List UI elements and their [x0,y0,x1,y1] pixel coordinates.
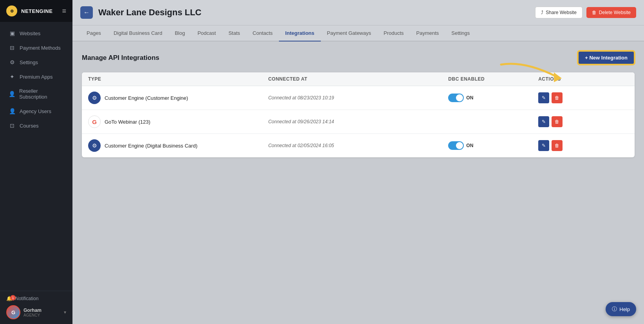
user-info: Gorham AGENCY [24,308,61,317]
actions-cell: ✎ 🗑 [538,116,628,127]
tab-podcast[interactable]: Podcast [191,25,222,41]
sidebar-item-premium-apps[interactable]: ✦ Premium Apps [2,70,70,84]
integration-type-label: Customer Engine (Customer Engine) [105,95,188,101]
app-logo-text: NETENGINE [21,8,52,14]
sidebar-header: ⚙ NETENGINE ≡ [0,0,72,22]
share-icon: ⤴ [541,10,543,15]
tabbar: Pages Digital Business Card Blog Podcast… [72,25,644,41]
dbc-toggle-switch[interactable] [448,94,464,102]
user-name: Gorham [24,308,61,313]
help-label: Help [619,306,630,312]
sidebar-item-websites[interactable]: ▣ Websites [2,26,70,40]
tab-payment-gateways[interactable]: Payment Gateways [321,25,378,41]
delete-button[interactable]: 🗑 [552,116,563,127]
new-integration-button[interactable]: + New Integration [578,51,635,65]
sidebar-footer: 🔔 1 Notification G Gorham AGENCY ▾ [0,291,72,324]
main-content: ← Waker Lane Designs LLC ⤴ Share Website… [72,0,644,324]
edit-button[interactable]: ✎ [538,116,549,127]
table-header: Type Connected At DBC Enabled Actions [82,72,635,86]
sidebar-item-label: Reseller Subscription [19,88,64,100]
connected-at-cell: Connected at 02/05/2024 16:05 [268,143,449,148]
tab-stats[interactable]: Stats [222,25,246,41]
actions-cell: ✎ 🗑 [538,140,628,151]
tab-settings[interactable]: Settings [445,25,476,41]
notification-badge: 1 [10,295,16,301]
sidebar-item-label: Premium Apps [20,74,53,80]
sidebar-nav: ▣ Websites ⊟ Payment Methods ⚙ Settings … [0,22,72,291]
integration-type-label: Customer Engine (Digital Business Card) [105,143,197,149]
sidebar-item-label: Courses [20,123,38,129]
sidebar-item-agency-users[interactable]: 👤 Agency Users [2,104,70,118]
sidebar-item-label: Payment Methods [20,45,61,51]
toggle-label: ON [466,95,473,101]
hamburger-button[interactable]: ≡ [62,7,66,15]
dbc-toggle-cell: ON [448,141,538,150]
page-title: Waker Lane Designs LLC [98,7,201,18]
tab-digital-business-card[interactable]: Digital Business Card [107,25,168,41]
back-button[interactable]: ← [80,6,93,19]
tab-contacts[interactable]: Contacts [246,25,279,41]
avatar: G [6,305,20,319]
dbc-toggle-switch-2[interactable] [448,141,464,150]
tab-products[interactable]: Products [377,25,410,41]
col-header-dbc: DBC Enabled [448,76,538,82]
connected-at-cell: Connected at 08/23/2023 10:19 [268,95,449,101]
table-row: ⚙ Customer Engine (Customer Engine) Conn… [82,86,635,110]
sidebar-item-label: Settings [20,59,38,65]
sidebar-item-settings[interactable]: ⚙ Settings [2,55,70,69]
col-header-actions: Actions [538,76,628,82]
actions-cell: ✎ 🗑 [538,92,628,103]
tab-blog[interactable]: Blog [168,25,191,41]
trash-icon: 🗑 [592,10,597,15]
content-header: Manage API Integrations + New Integratio… [82,51,635,65]
courses-icon: ⊡ [9,122,16,129]
ce-icon: ⚙ [88,92,101,104]
app-logo-icon: ⚙ [6,5,17,16]
integration-type-label: GoTo Webinar (123) [105,119,150,125]
topbar-right: ⤴ Share Website 🗑 Delete Website [535,7,636,18]
sidebar-item-label: Agency Users [20,108,51,114]
agency-users-icon: 👤 [9,108,16,114]
websites-icon: ▣ [9,30,16,36]
payment-methods-icon: ⊟ [9,45,16,51]
ce-icon-2: ⚙ [88,139,101,152]
notification-label: Notification [15,296,38,301]
edit-button[interactable]: ✎ [538,92,549,103]
delete-button[interactable]: 🗑 [552,140,563,151]
user-role: AGENCY [24,313,61,317]
avatar-text: G [11,310,15,315]
tab-payments[interactable]: Payments [410,25,445,41]
sidebar-item-reseller-subscription[interactable]: 👤 Reseller Subscription [2,84,70,104]
col-header-connected: Connected At [268,76,449,82]
tab-pages[interactable]: Pages [80,25,107,41]
col-header-type: Type [88,76,268,82]
premium-apps-icon: ✦ [9,74,16,80]
sidebar-item-courses[interactable]: ⊡ Courses [2,119,70,133]
sidebar-item-label: Websites [20,31,40,36]
dbc-toggle-cell: ON [448,94,538,102]
share-label: Share Website [546,10,577,15]
sidebar: ⚙ NETENGINE ≡ ▣ Websites ⊟ Payment Metho… [0,0,72,324]
integration-type-cell: ⚙ Customer Engine (Digital Business Card… [88,139,268,152]
integrations-table: Type Connected At DBC Enabled Actions ⚙ … [82,72,635,157]
help-button[interactable]: ⓘ Help [606,302,636,316]
table-row: G GoTo Webinar (123) Connected at 09/26/… [82,110,635,134]
topbar: ← Waker Lane Designs LLC ⤴ Share Website… [72,0,644,25]
delete-button[interactable]: 🗑 [552,92,563,103]
share-website-button[interactable]: ⤴ Share Website [535,7,582,18]
integration-type-cell: G GoTo Webinar (123) [88,115,268,128]
toggle-label-2: ON [466,143,473,148]
edit-button[interactable]: ✎ [538,140,549,151]
sidebar-item-payment-methods[interactable]: ⊟ Payment Methods [2,41,70,55]
notification-row[interactable]: 🔔 1 Notification [6,296,66,301]
delete-label: Delete Website [599,10,631,15]
help-icon: ⓘ [612,306,617,313]
table-row: ⚙ Customer Engine (Digital Business Card… [82,134,635,157]
delete-website-button[interactable]: 🗑 Delete Website [586,7,636,18]
user-chevron-button[interactable]: ▾ [64,310,66,315]
section-title: Manage API Integrations [82,54,159,62]
integration-type-cell: ⚙ Customer Engine (Customer Engine) [88,92,268,104]
connected-at-cell: Connected at 09/26/2023 14:14 [268,119,449,124]
tab-integrations[interactable]: Integrations [279,25,320,41]
topbar-left: ← Waker Lane Designs LLC [80,6,201,19]
